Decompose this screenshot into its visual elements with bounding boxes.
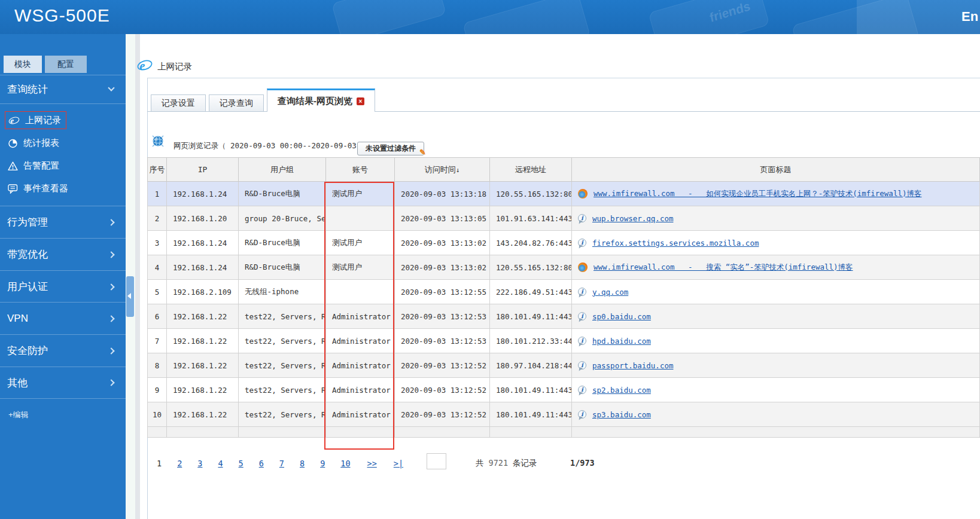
table-row[interactable]: 7 192.168.1.22 test22, Servers, R&D… Adm… xyxy=(148,329,980,353)
sidebar-item-stats-report[interactable]: 统计报表 xyxy=(5,134,64,152)
sidebar-section-user-auth[interactable]: 用户认证 xyxy=(0,270,126,303)
page-link-7[interactable]: 7 xyxy=(279,459,284,468)
sidebar-section-security[interactable]: 安全防护 xyxy=(0,334,126,367)
last-page-link[interactable]: >| xyxy=(394,459,403,468)
tab-record-settings[interactable]: 记录设置 xyxy=(151,94,206,112)
cell-user-group: 无线组-iphone xyxy=(239,280,326,304)
cell-account: Administrator xyxy=(326,304,395,329)
col-account[interactable]: 账号 xyxy=(326,158,395,182)
cell-no: 2 xyxy=(148,206,167,231)
sidebar-item-alert-config[interactable]: 告警配置 xyxy=(5,157,64,175)
cell-remote-addr: 180.101.49.11:443 xyxy=(490,402,572,427)
sidebar-submenu: e 上网记录 统计报表 告警配置 xyxy=(0,103,126,206)
table-row[interactable]: 9 192.168.1.22 test22, Servers, R&D… Adm… xyxy=(148,378,980,402)
cell-page-title: sp0.baidu.com xyxy=(572,304,980,329)
table-row[interactable]: 6 192.168.1.22 test22, Servers, R&D… Adm… xyxy=(148,304,980,329)
ie-icon: e xyxy=(8,115,20,126)
page-link-3[interactable]: 3 xyxy=(197,459,202,468)
page-jump-input[interactable] xyxy=(427,453,446,469)
sidebar-item-label: 告警配置 xyxy=(23,160,59,172)
page-title-link[interactable]: www.imfirewall.com - 搜索 “实名”-笨驴技术(imfire… xyxy=(594,262,853,273)
page-title-link[interactable]: hpd.baidu.com xyxy=(592,337,651,346)
cell-ip: 192.168.1.22 xyxy=(167,378,239,402)
page-title-link[interactable]: sp0.baidu.com xyxy=(592,312,651,321)
table-row[interactable]: 10 192.168.1.22 test22, Servers, R&D… Ad… xyxy=(148,402,980,427)
page-link-4[interactable]: 4 xyxy=(218,459,223,468)
page-current: 1 xyxy=(157,459,162,468)
sidebar-edit-link[interactable]: +编辑 xyxy=(8,410,29,420)
cell-account xyxy=(326,280,395,304)
pagination-pages: 2345678910 xyxy=(162,459,350,468)
sidebar-section-query-stats[interactable]: 查询统计 xyxy=(0,75,126,103)
close-icon[interactable]: × xyxy=(357,97,364,105)
cell-no: 10 xyxy=(148,402,167,427)
page-link-5[interactable]: 5 xyxy=(239,459,244,468)
frame-divider xyxy=(135,34,140,519)
cell-account: 测试用户 xyxy=(326,231,395,255)
sidebar-section-bandwidth-opt[interactable]: 带宽优化 xyxy=(0,238,126,270)
cell-remote-addr: 180.101.49.11:443 xyxy=(490,378,572,402)
section-label: 带宽优化 xyxy=(0,248,48,261)
table-row[interactable]: 4 192.168.1.24 R&D-Bruce电脑 测试用户 2020-09-… xyxy=(148,255,980,280)
page-title-link[interactable]: passport.baidu.com xyxy=(592,361,673,370)
language-switch[interactable]: En xyxy=(961,9,978,25)
tab-record-query[interactable]: 记录查询 xyxy=(209,94,264,112)
table-row[interactable]: 8 192.168.1.22 test22, Servers, R&D… Adm… xyxy=(148,353,980,378)
cell-user-group: test22, Servers, R&D… xyxy=(239,402,326,427)
section-label: 用户认证 xyxy=(0,280,48,294)
page-link-8[interactable]: 8 xyxy=(300,459,305,468)
col-visit-time[interactable]: 访问时间↓ xyxy=(395,158,490,182)
page-link-2[interactable]: 2 xyxy=(177,459,182,468)
sidebar-section-vpn[interactable]: VPN xyxy=(0,302,126,334)
table-row[interactable]: 1 192.168.1.24 R&D-Bruce电脑 测试用户 2020-09-… xyxy=(148,182,980,206)
cell-visit-time: 2020-09-03 13:13:02 xyxy=(395,255,490,280)
sidebar-section-other[interactable]: 其他 xyxy=(0,367,126,399)
page-title-link[interactable]: sp2.baidu.com xyxy=(592,386,651,395)
page-link-6[interactable]: 6 xyxy=(259,459,264,468)
total-count: 9721 xyxy=(489,458,509,468)
col-ip[interactable]: IP xyxy=(167,158,239,182)
sidebar-tab-config[interactable]: 配置 xyxy=(45,56,87,73)
cell-page-title: www.imfirewall.com - 如何实现企业员工手机实名上网？-笨驴技… xyxy=(572,182,980,206)
col-page-title[interactable]: 页面标题 xyxy=(572,158,980,182)
sidebar-collapse-handle[interactable] xyxy=(126,276,134,317)
page-title-link[interactable]: sp3.baidu.com xyxy=(592,410,651,419)
sidebar-item-event-viewer[interactable]: 事件查看器 xyxy=(5,179,73,197)
table-row[interactable]: 3 192.168.1.24 R&D-Bruce电脑 测试用户 2020-09-… xyxy=(148,231,980,255)
page-title-link[interactable]: y.qq.com xyxy=(592,288,628,297)
cell-no: 9 xyxy=(148,378,167,402)
col-visit-time-label: 访问时间 xyxy=(425,165,456,174)
page-link-10[interactable]: 10 xyxy=(340,459,350,468)
page-title: 上网记录 xyxy=(157,61,192,72)
page-title-link[interactable]: firefox.settings.services.mozilla.com xyxy=(592,239,759,248)
tab-query-result-web[interactable]: 查询结果-网页浏览 × xyxy=(267,88,375,112)
next-pages-link[interactable]: >> xyxy=(367,459,377,468)
cell-page-title: firefox.settings.services.mozilla.com xyxy=(572,231,980,255)
sidebar-section-behavior-mgmt[interactable]: 行为管理 xyxy=(0,206,126,238)
page-title-link[interactable]: wup.browser.qq.com xyxy=(592,214,673,223)
filter-condition-button[interactable]: 未设置过滤条件 xyxy=(357,142,424,155)
page-title-link[interactable]: www.imfirewall.com - 如何实现企业员工手机实名上网？-笨驴技… xyxy=(594,189,921,199)
col-remote-addr[interactable]: 远程地址 xyxy=(490,158,572,182)
info-icon xyxy=(578,239,586,247)
sidebar-item-internet-records[interactable]: e 上网记录 xyxy=(5,111,66,129)
cell-visit-time: 2020-09-03 13:12:52 xyxy=(395,402,490,427)
total-prefix: 共 xyxy=(476,459,484,468)
cell-user-group: test22, Servers, R&D… xyxy=(239,304,326,329)
cell-account: 测试用户 xyxy=(326,182,395,206)
cell-visit-time: 2020-09-03 13:12:52 xyxy=(395,378,490,402)
chevron-right-icon xyxy=(108,283,114,290)
table-row[interactable]: 2 192.168.1.20 group 20-Bruce, Ser… 2020… xyxy=(148,206,980,231)
info-icon xyxy=(578,288,586,296)
sidebar-tab-modules[interactable]: 模块 xyxy=(4,56,42,73)
cell-account: 测试用户 xyxy=(326,255,395,280)
col-no[interactable]: 序号 xyxy=(148,158,167,182)
total-records: 共9721条记录 xyxy=(476,458,537,469)
sidebar-item-label: 上网记录 xyxy=(25,115,61,126)
cell-visit-time: 2020-09-03 13:12:55 xyxy=(395,280,490,304)
sidebar-tabs: 模块 配置 xyxy=(4,56,87,73)
page-link-9[interactable]: 9 xyxy=(320,459,325,468)
info-icon xyxy=(578,337,586,345)
col-user-group[interactable]: 用户组 xyxy=(239,158,326,182)
table-row[interactable]: 5 192.168.2.109 无线组-iphone 2020-09-03 13… xyxy=(148,280,980,304)
